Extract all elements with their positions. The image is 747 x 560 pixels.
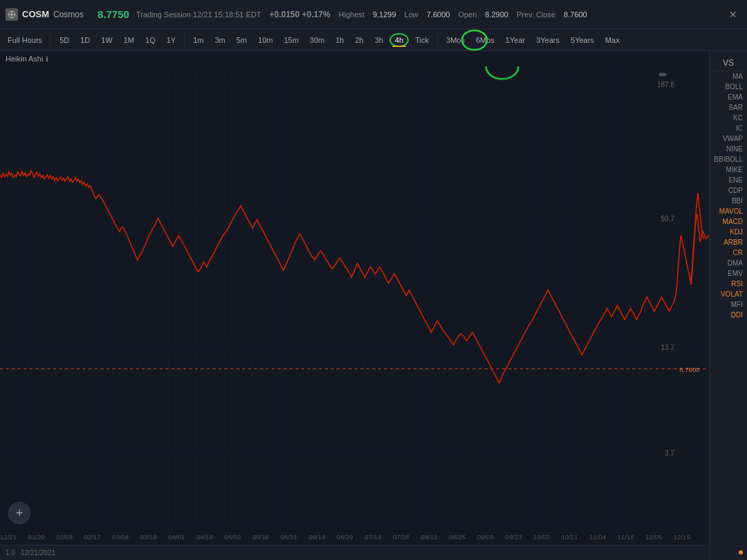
prev-close-val: 8.7600 bbox=[564, 10, 587, 19]
highest-label: Highest bbox=[339, 10, 365, 19]
indicator-macd[interactable]: MACD bbox=[714, 216, 743, 227]
indicator-volat[interactable]: VOLAT bbox=[714, 289, 743, 299]
svg-text:02/03: 02/03 bbox=[56, 534, 73, 541]
chart-info-icon[interactable]: ℹ bbox=[46, 55, 48, 63]
price-meta: Trading Session 12/21 15:18:51 EDT +0.01… bbox=[136, 10, 587, 19]
tf-1y[interactable]: 1Y bbox=[162, 34, 181, 46]
indicator-ene[interactable]: ENE bbox=[714, 175, 743, 185]
svg-text:12/19: 12/19 bbox=[674, 534, 690, 541]
tf-5min[interactable]: 5m bbox=[232, 34, 252, 46]
indicator-arbr[interactable]: ARBR bbox=[714, 237, 743, 248]
chart-area: 187.8 50.7 13.7 3.7 ✏ bbox=[0, 66, 709, 545]
svg-text:08/11: 08/11 bbox=[421, 534, 438, 541]
tf-1h[interactable]: 1h bbox=[331, 34, 349, 46]
tf-3min[interactable]: 3m bbox=[210, 34, 230, 46]
low-label: Low bbox=[405, 10, 418, 19]
chart-type-label: Heikin Ashi bbox=[6, 55, 43, 63]
vs-label: VS bbox=[714, 54, 743, 71]
status-bar: 1.0 12/21/2021 bbox=[0, 545, 709, 560]
indicator-rsi[interactable]: RSI bbox=[714, 279, 743, 289]
tf-30min[interactable]: 30m bbox=[305, 34, 329, 46]
indicator-ma[interactable]: MA bbox=[714, 71, 743, 82]
separator bbox=[50, 34, 51, 46]
svg-text:02/17: 02/17 bbox=[84, 534, 101, 541]
tf-3h[interactable]: 3h bbox=[370, 34, 388, 46]
svg-text:10/07: 10/07 bbox=[533, 534, 550, 541]
svg-text:05/02: 05/02 bbox=[225, 534, 241, 541]
svg-text:03/04: 03/04 bbox=[112, 534, 129, 541]
svg-text:12/21: 12/21 bbox=[0, 534, 17, 541]
indicator-mavol[interactable]: MAVOL bbox=[714, 206, 743, 216]
svg-text:12/05: 12/05 bbox=[645, 534, 662, 541]
tf-1w[interactable]: 1W bbox=[96, 34, 118, 46]
open-label: Open bbox=[458, 10, 477, 19]
indicator-mike[interactable]: MIKE bbox=[714, 165, 743, 175]
ticker-symbol: COSM bbox=[22, 9, 49, 19]
tf-3years[interactable]: 3Years bbox=[531, 34, 564, 46]
svg-text:09/23: 09/23 bbox=[505, 534, 522, 541]
dot-indicator bbox=[739, 550, 743, 554]
indicator-bbiboll[interactable]: BBIBOLL bbox=[714, 154, 743, 165]
prev-close-label: Prev. Close bbox=[517, 10, 555, 19]
indicator-ic[interactable]: IC bbox=[714, 123, 743, 133]
tf-1m[interactable]: 1M bbox=[119, 34, 139, 46]
indicator-ema[interactable]: EMA bbox=[714, 92, 743, 102]
right-panel: VS MA BOLL EMA SAR KC IC VWAP NINE BBIBO… bbox=[709, 51, 747, 560]
tf-tick[interactable]: Tick bbox=[410, 34, 434, 46]
indicator-nine[interactable]: NINE bbox=[714, 144, 743, 154]
indicator-kc[interactable]: KC bbox=[714, 113, 743, 123]
status-price: 1.0 bbox=[6, 549, 15, 557]
indicator-kdj[interactable]: KDJ bbox=[714, 227, 743, 237]
svg-text:01/20: 01/20 bbox=[28, 534, 45, 541]
svg-text:05/16: 05/16 bbox=[252, 534, 269, 541]
svg-text:11/18: 11/18 bbox=[618, 534, 634, 541]
indicator-bbi[interactable]: BBI bbox=[714, 196, 743, 206]
tf-1year[interactable]: 1Year bbox=[501, 34, 530, 46]
indicator-emv[interactable]: EMV bbox=[714, 268, 743, 279]
indicator-boll[interactable]: BOLL bbox=[714, 82, 743, 92]
logo-area: COSM Cosmos bbox=[6, 8, 84, 21]
header: COSM Cosmos 8.7750 Trading Session 12/21… bbox=[0, 0, 747, 29]
highest-val: 9.1299 bbox=[373, 10, 396, 19]
tf-max[interactable]: Max bbox=[600, 34, 625, 46]
svg-text:10/21: 10/21 bbox=[561, 534, 578, 541]
svg-text:8.7600: 8.7600 bbox=[679, 366, 699, 373]
tf-1q[interactable]: 1Q bbox=[140, 34, 160, 46]
indicator-cdp[interactable]: CDP bbox=[714, 185, 743, 196]
tf-10min[interactable]: 10m bbox=[253, 34, 277, 46]
indicator-cr[interactable]: CR bbox=[714, 248, 743, 258]
svg-text:06/29: 06/29 bbox=[337, 534, 353, 541]
tf-5d[interactable]: 5D bbox=[55, 34, 74, 46]
svg-text:05/31: 05/31 bbox=[281, 534, 297, 541]
indicator-ddi[interactable]: DDI bbox=[714, 310, 743, 320]
tf-full-hours[interactable]: Full Hours bbox=[3, 34, 47, 46]
tf-5years[interactable]: 5Years bbox=[566, 34, 599, 46]
status-date: 12/21/2021 bbox=[21, 549, 55, 557]
open-val: 8.2900 bbox=[485, 10, 508, 19]
session-label: Trading Session 12/21 15:18:51 EDT bbox=[136, 10, 261, 19]
logo-icon bbox=[6, 8, 18, 21]
tf-1d[interactable]: 1D bbox=[75, 34, 95, 46]
indicator-mfi[interactable]: MFI bbox=[714, 299, 743, 310]
separator2 bbox=[184, 34, 185, 46]
tf-3mos[interactable]: 3Mos bbox=[441, 34, 470, 46]
indicator-dma[interactable]: DMA bbox=[714, 258, 743, 268]
svg-point-61 bbox=[486, 66, 519, 79]
tf-6mos[interactable]: 6Mos bbox=[471, 34, 499, 46]
indicator-vwap[interactable]: VWAP bbox=[714, 133, 743, 144]
svg-text:11/04: 11/04 bbox=[589, 534, 606, 541]
svg-text:03/18: 03/18 bbox=[140, 534, 157, 541]
tf-15min[interactable]: 15m bbox=[279, 34, 303, 46]
ticker-name: Cosmos bbox=[53, 10, 84, 19]
tf-1min[interactable]: 1m bbox=[188, 34, 208, 46]
price-main: 8.7750 bbox=[98, 8, 129, 20]
tf-2h[interactable]: 2h bbox=[351, 34, 369, 46]
indicator-sar[interactable]: SAR bbox=[714, 102, 743, 113]
svg-text:07/28: 07/28 bbox=[393, 534, 409, 541]
svg-text:08/25: 08/25 bbox=[449, 534, 465, 541]
close-button[interactable]: ✕ bbox=[725, 6, 741, 23]
add-button[interactable]: + bbox=[8, 502, 30, 524]
tf-4h[interactable]: 4h bbox=[389, 33, 409, 47]
chart-info-bar: Heikin Ashi ℹ bbox=[0, 51, 709, 66]
svg-text:04/01: 04/01 bbox=[168, 534, 185, 541]
